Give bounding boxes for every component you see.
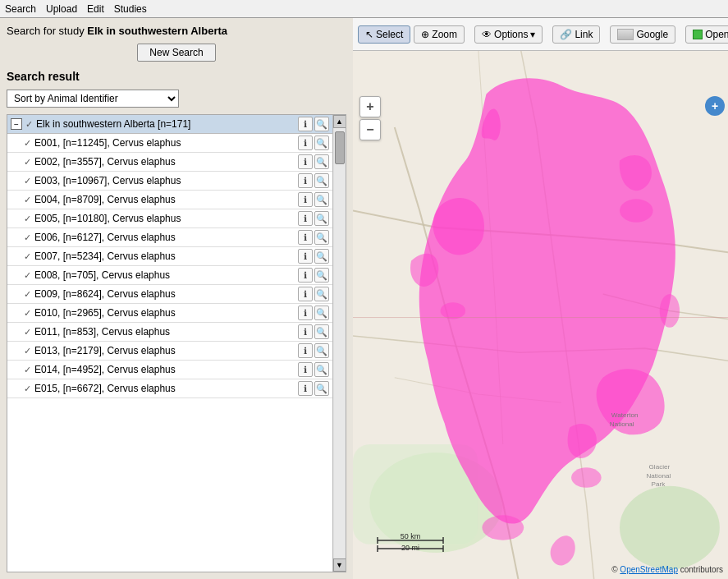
row-icons: ℹ 🔍 [298, 381, 329, 396]
animal-row[interactable]: ✓ E009, [n=8624], Cervus elaphus ℹ 🔍 [7, 285, 332, 304]
animal-row[interactable]: ✓ E015, [n=6672], Cervus elaphus ℹ 🔍 [7, 379, 332, 398]
open-icon [693, 30, 703, 39]
results-list[interactable]: − ✓ Elk in southwestern Alberta [n=171] … [7, 115, 332, 572]
row-icons: ℹ 🔍 [298, 211, 329, 226]
group-check: ✓ [25, 119, 33, 130]
row-info-btn[interactable]: ℹ [298, 211, 313, 226]
row-info-btn[interactable]: ℹ [298, 287, 313, 301]
attribution-prefix: © [611, 565, 620, 574]
select-button[interactable]: ↖ Select [358, 25, 410, 44]
row-label: E004, [n=8709], Cervus elaphus [34, 194, 298, 205]
row-search-btn[interactable]: 🔍 [314, 192, 329, 207]
row-info-btn[interactable]: ℹ [298, 230, 313, 245]
group-label: Elk in southwestern Alberta [n=171] [36, 118, 298, 130]
row-search-btn[interactable]: 🔍 [314, 306, 329, 320]
animal-row[interactable]: ✓ E013, [n=2179], Cervus elaphus ℹ 🔍 [7, 342, 332, 361]
zoom-button[interactable]: ⊕ Zoom [414, 25, 465, 44]
results-container: − ✓ Elk in southwestern Alberta [n=171] … [7, 114, 346, 572]
main-area: Search for study Elk in southwestern Alb… [0, 18, 728, 579]
menu-upload[interactable]: Upload [46, 3, 77, 15]
map-area[interactable]: Glacier National Park Waterton National … [353, 51, 728, 579]
row-check: ✓ [24, 138, 31, 149]
row-icons: ℹ 🔍 [298, 173, 329, 188]
row-search-btn[interactable]: 🔍 [314, 173, 329, 188]
animal-row[interactable]: ✓ E001, [n=11245], Cervus elaphus ℹ 🔍 [7, 134, 332, 153]
google-button[interactable]: Google [610, 25, 675, 44]
row-info-btn[interactable]: ℹ [298, 192, 313, 207]
animal-row[interactable]: ✓ E011, [n=853], Cervus elaphus ℹ 🔍 [7, 323, 332, 342]
animal-row[interactable]: ✓ E008, [n=705], Cervus elaphus ℹ 🔍 [7, 266, 332, 285]
scroll-track[interactable] [334, 128, 346, 558]
row-search-btn[interactable]: 🔍 [314, 381, 329, 396]
scale-bar-svg: 50 km 20 mi [369, 529, 451, 557]
row-info-btn[interactable]: ℹ [298, 154, 313, 169]
row-info-btn[interactable]: ℹ [298, 381, 313, 396]
openstreetmap-link[interactable]: OpenStreetMap [620, 565, 678, 574]
options-label: Options [494, 29, 528, 40]
animal-row[interactable]: ✓ E014, [n=4952], Cervus elaphus ℹ 🔍 [7, 361, 332, 379]
svg-text:50 km: 50 km [401, 532, 421, 540]
group-info-btn[interactable]: ℹ [298, 117, 313, 131]
row-search-btn[interactable]: 🔍 [314, 230, 329, 245]
result-group-row[interactable]: − ✓ Elk in southwestern Alberta [n=171] … [7, 115, 332, 134]
row-search-btn[interactable]: 🔍 [314, 249, 329, 264]
row-icons: ℹ 🔍 [298, 154, 329, 169]
row-info-btn[interactable]: ℹ [298, 249, 313, 264]
row-info-btn[interactable]: ℹ [298, 173, 313, 188]
collapse-button[interactable]: − [11, 118, 22, 130]
menu-studies[interactable]: Studies [114, 3, 147, 15]
animal-row[interactable]: ✓ E006, [n=6127], Cervus elaphus ℹ 🔍 [7, 228, 332, 247]
scroll-down-arrow[interactable]: ▼ [333, 558, 346, 572]
row-icons: ℹ 🔍 [298, 249, 329, 264]
row-check: ✓ [24, 365, 31, 375]
row-info-btn[interactable]: ℹ [298, 268, 313, 283]
menu-search[interactable]: Search [5, 3, 36, 15]
row-search-btn[interactable]: 🔍 [314, 154, 329, 169]
row-search-btn[interactable]: 🔍 [314, 287, 329, 301]
row-label: E013, [n=2179], Cervus elaphus [34, 345, 298, 356]
row-info-btn[interactable]: ℹ [298, 343, 313, 358]
svg-text:Glacier: Glacier [649, 463, 671, 471]
scroll-thumb[interactable] [335, 131, 345, 164]
zoom-out-button[interactable]: − [359, 119, 381, 140]
link-button[interactable]: 🔗 Link [552, 25, 600, 44]
right-panel: Search ↖ Select ⊕ Zoom 👁 Options ▾ 🔗 Lin… [353, 18, 728, 579]
svg-point-5 [571, 467, 602, 487]
animal-row[interactable]: ✓ E007, [n=5234], Cervus elaphus ℹ 🔍 [7, 247, 332, 266]
scroll-up-arrow[interactable]: ▲ [333, 115, 346, 128]
row-info-btn[interactable]: ℹ [298, 306, 313, 320]
options-button[interactable]: 👁 Options ▾ [474, 25, 543, 44]
scrollbar[interactable]: ▲ ▼ [332, 115, 346, 572]
expand-button[interactable]: + [705, 96, 725, 116]
svg-text:National: National [646, 472, 671, 480]
map-background: Glacier National Park Waterton National [353, 51, 728, 579]
google-icon [617, 29, 634, 40]
new-search-button[interactable]: New Search [137, 44, 215, 62]
row-label: E009, [n=8624], Cervus elaphus [34, 288, 298, 300]
row-search-btn[interactable]: 🔍 [314, 268, 329, 283]
row-search-btn[interactable]: 🔍 [314, 343, 329, 358]
row-info-btn[interactable]: ℹ [298, 324, 313, 339]
zoom-in-button[interactable]: + [359, 96, 381, 117]
animal-row[interactable]: ✓ E002, [n=3557], Cervus elaphus ℹ 🔍 [7, 153, 332, 172]
animal-row[interactable]: ✓ E010, [n=2965], Cervus elaphus ℹ 🔍 [7, 304, 332, 323]
animal-row[interactable]: ✓ E005, [n=10180], Cervus elaphus ℹ 🔍 [7, 209, 332, 228]
row-info-btn[interactable]: ℹ [298, 362, 313, 377]
group-icons: ℹ 🔍 [298, 117, 329, 131]
menu-edit[interactable]: Edit [87, 3, 104, 15]
group-search-btn[interactable]: 🔍 [314, 117, 329, 131]
open-button[interactable]: Open [685, 25, 728, 44]
row-label: E010, [n=2965], Cervus elaphus [34, 307, 298, 319]
row-info-btn[interactable]: ℹ [298, 136, 313, 150]
row-icons: ℹ 🔍 [298, 268, 329, 283]
row-search-btn[interactable]: 🔍 [314, 136, 329, 150]
row-icons: ℹ 🔍 [298, 136, 329, 150]
row-search-btn[interactable]: 🔍 [314, 211, 329, 226]
animal-row[interactable]: ✓ E003, [n=10967], Cervus elaphus ℹ 🔍 [7, 172, 332, 191]
animal-row[interactable]: ✓ E004, [n=8709], Cervus elaphus ℹ 🔍 [7, 191, 332, 209]
row-search-btn[interactable]: 🔍 [314, 362, 329, 377]
row-label: E005, [n=10180], Cervus elaphus [34, 213, 298, 224]
row-check: ✓ [24, 214, 31, 224]
row-search-btn[interactable]: 🔍 [314, 324, 329, 339]
sort-select[interactable]: Sort by Animal Identifier Sort by Date S… [7, 90, 179, 108]
